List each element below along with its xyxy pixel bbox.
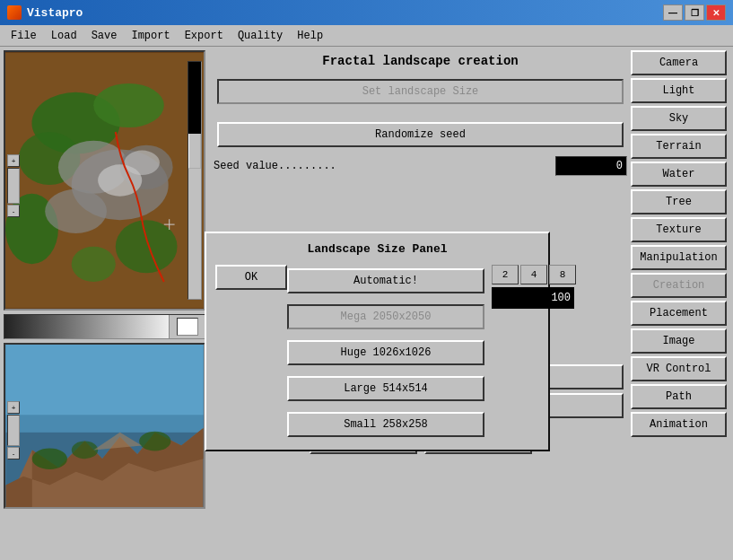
small-button[interactable]: Small 258x258 xyxy=(287,412,484,437)
minimize-button[interactable]: — xyxy=(663,4,683,21)
creation-button[interactable]: Creation xyxy=(631,273,727,298)
manipulation-button[interactable]: Manipulation xyxy=(631,245,727,270)
map-zoom-out[interactable]: - xyxy=(7,205,20,217)
svg-point-10 xyxy=(45,189,107,233)
path-button[interactable]: Path xyxy=(631,384,727,409)
svg-point-21 xyxy=(32,448,67,468)
size-input-panel: 2 4 8 100 xyxy=(492,265,576,309)
menu-save[interactable]: Save xyxy=(84,28,125,44)
size-2-button[interactable]: 2 xyxy=(492,265,519,284)
menu-help[interactable]: Help xyxy=(290,28,330,44)
svg-point-22 xyxy=(72,442,98,459)
large-button[interactable]: Large 514x514 xyxy=(287,376,484,401)
fractal-header: Fractal landscape creation xyxy=(214,50,627,72)
render-left-controls: + - xyxy=(7,401,20,459)
color-bar xyxy=(4,314,205,339)
huge-button[interactable]: Huge 1026x1026 xyxy=(287,340,484,365)
tree-button[interactable]: Tree xyxy=(631,189,727,214)
seed-row: Seed value......... xyxy=(214,154,627,178)
terrain-button[interactable]: Terrain xyxy=(631,134,727,159)
render-zoom-in[interactable]: + xyxy=(7,401,20,414)
water-button[interactable]: Water xyxy=(631,162,727,187)
ok-button[interactable]: OK xyxy=(215,265,287,290)
svg-point-5 xyxy=(116,220,178,273)
window-title: Vistapro xyxy=(27,6,83,20)
size-value-display: 100 xyxy=(492,287,574,309)
seed-label: Seed value......... xyxy=(214,160,552,172)
set-landscape-button[interactable]: Set landscape Size xyxy=(217,79,624,104)
vr-control-button[interactable]: VR Control xyxy=(631,356,727,381)
restore-button[interactable]: ❐ xyxy=(685,4,704,21)
map-view: + - xyxy=(4,50,205,311)
menu-import[interactable]: Import xyxy=(124,28,177,44)
title-bar-left: Vistapro xyxy=(7,5,83,20)
ok-section: OK xyxy=(215,265,287,290)
svg-point-12 xyxy=(125,151,160,176)
close-button[interactable]: ✕ xyxy=(706,4,726,21)
mega-button[interactable]: Mega 2050x2050 xyxy=(287,304,484,329)
render-zoom-out[interactable]: - xyxy=(7,447,20,459)
svg-rect-17 xyxy=(5,345,203,415)
set-landscape-section: Set landscape Size xyxy=(214,75,627,108)
size-option-row: 2 4 8 xyxy=(492,265,576,284)
seed-input[interactable] xyxy=(555,156,627,176)
menu-file[interactable]: File xyxy=(4,28,44,44)
render-zoom-slider[interactable] xyxy=(7,415,20,446)
menu-quality[interactable]: Quality xyxy=(231,28,290,44)
size-buttons-section: Automatic! Mega 2050x2050 Huge 1026x1026… xyxy=(287,265,484,441)
landscape-panel-title: Landscape Size Panel xyxy=(215,242,539,256)
map-vscroll[interactable] xyxy=(188,61,202,300)
right-panel: Camera Light Sky Terrain Water Tree Text… xyxy=(631,50,729,556)
randomize-section: Randomize seed xyxy=(214,118,627,151)
title-bar: Vistapro — ❐ ✕ xyxy=(0,0,733,25)
map-left-controls: + - xyxy=(7,154,20,217)
randomize-button[interactable]: Randomize seed xyxy=(217,122,624,147)
svg-point-6 xyxy=(72,247,116,282)
automatic-button[interactable]: Automatic! xyxy=(287,268,484,293)
menu-export[interactable]: Export xyxy=(178,28,231,44)
panel-content: OK Automatic! Mega 2050x2050 Huge 1026x1… xyxy=(215,265,539,441)
menu-bar: File Load Save Import Export Quality Hel… xyxy=(0,25,733,47)
texture-button[interactable]: Texture xyxy=(631,217,727,242)
light-button[interactable]: Light xyxy=(631,78,727,103)
color-bar-white xyxy=(169,315,205,338)
landscape-size-panel: Landscape Size Panel OK Automatic! Mega … xyxy=(205,232,550,451)
title-bar-controls: — ❐ ✕ xyxy=(663,4,726,21)
svg-point-3 xyxy=(93,83,164,127)
camera-button[interactable]: Camera xyxy=(631,50,727,75)
left-panel: + - xyxy=(4,50,210,556)
image-button[interactable]: Image xyxy=(631,328,727,354)
map-zoom-slider[interactable] xyxy=(7,168,20,204)
size-4-button[interactable]: 4 xyxy=(520,265,547,284)
color-bar-gradient xyxy=(4,315,169,338)
app-icon xyxy=(7,5,22,20)
render-view: + - xyxy=(4,343,205,509)
svg-point-23 xyxy=(139,432,170,451)
placement-button[interactable]: Placement xyxy=(631,301,727,326)
sky-button[interactable]: Sky xyxy=(631,106,727,131)
size-8-button[interactable]: 8 xyxy=(549,265,576,284)
animation-button[interactable]: Animation xyxy=(631,412,727,437)
menu-load[interactable]: Load xyxy=(44,28,84,44)
map-zoom-in[interactable]: + xyxy=(7,154,20,167)
